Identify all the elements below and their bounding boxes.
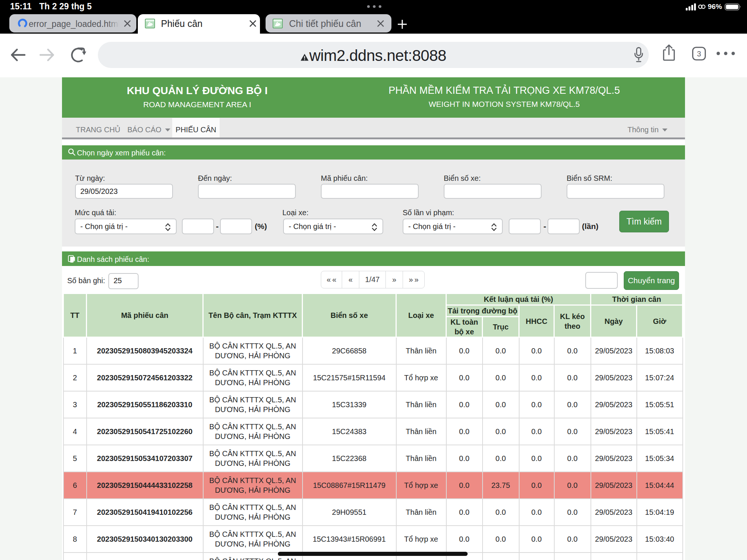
svg-text:3: 3 [697, 50, 701, 58]
